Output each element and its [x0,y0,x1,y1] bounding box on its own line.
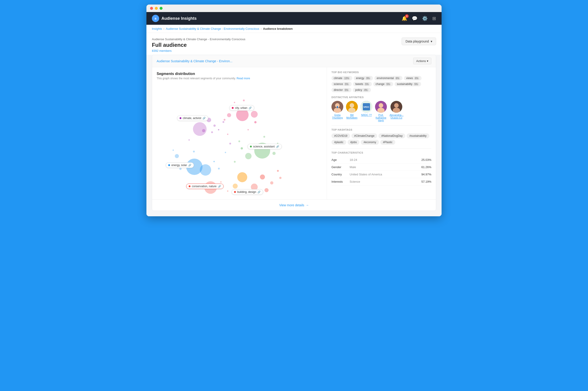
segment-link-conservation[interactable]: 🔗 [218,185,221,188]
segment-dot-conservation [189,185,190,187]
segment-link-climate[interactable]: 🔗 [203,117,206,120]
segment-dot-building [234,191,236,193]
affinity-name-alex: Alexandria...Ocasio-Co [390,114,403,119]
segment-link-building[interactable]: 🔗 [257,191,261,194]
segment-link-science[interactable]: 🔗 [276,145,279,148]
affinity-bill[interactable]: BillMcKibben [346,101,358,122]
char-label-gender: Gender [331,165,350,169]
hashtags-section: Top hashtags #COVID19 #ClimateChange #Na… [331,125,431,145]
affinity-greta[interactable]: 👤 GretaThunberg [331,101,343,122]
segment-text-conservation: conservation, nature [192,185,217,188]
bubble [247,129,249,130]
bubble [260,175,265,180]
chevron-down-icon: ▾ [431,40,432,43]
bubble [193,122,207,136]
bubble [254,121,257,123]
hashtag-climatechange[interactable]: #ClimateChange [352,133,377,138]
char-pct-age: 25.03% [421,158,431,162]
affinity-alex[interactable]: Alexandria...Ocasio-Co [390,101,403,122]
data-playground-button[interactable]: Data playground ▾ [402,37,436,45]
bubble [211,131,213,133]
segment-label-energy[interactable]: energy, solar 🔗 [166,162,194,168]
close-btn[interactable] [150,7,153,10]
bubble [227,134,228,135]
segment-link-energy[interactable]: 🔗 [188,164,191,167]
segment-dot-science [250,146,252,147]
keyword-policy: policy 4% [353,88,371,92]
affinity-items: 👤 GretaThunberg [331,101,431,122]
view-more-link[interactable]: View more details → [152,199,436,211]
content-card: Audiense Sustainability & Climate Change… [152,55,436,211]
segment-dot-climate [180,117,181,119]
segment-dot-city [232,107,234,109]
keyword-sustainability: sustainability 5% [395,82,421,86]
char-row-interests: Interests Science 57.19% [331,178,431,185]
chat-icon[interactable]: 💬 [412,16,418,21]
notification-badge: 5 [405,14,409,18]
char-pct-gender: 61.26% [421,165,431,169]
minimize-btn[interactable] [155,7,158,10]
breadcrumb-insights[interactable]: Insights [152,27,162,30]
keyword-change: change 5% [373,82,393,86]
two-col-layout: Segments distribution This graph shows t… [152,67,436,199]
bubble [241,147,243,150]
bubble [214,161,215,162]
breadcrumb-audience[interactable]: Audiense Sustainability & Climate Change… [166,27,259,30]
avatar-greta: 👤 [331,101,343,113]
segment-text-climate: climate, activist [183,116,201,120]
bubble [233,184,238,189]
segment-label-science[interactable]: science, assistant 🔗 [247,144,282,149]
hashtag-nationaldogday[interactable]: #NationalDogDay [378,133,405,138]
segment-text-building: building, design [237,191,256,194]
svg-point-5 [350,103,354,108]
grid-icon[interactable]: ⊞ [432,16,436,21]
svg-point-14 [394,103,399,108]
avatar-alex [390,101,402,113]
bubble [251,111,258,118]
bio-keywords-title: Top bio keywords [331,71,431,74]
segment-label-city[interactable]: city, urban 🔗 [229,105,254,111]
hashtag-economy[interactable]: #economy [361,140,379,145]
affinity-prof[interactable]: Prof.KatharineHayh [375,101,387,122]
hashtag-covid19[interactable]: #COVID19 [331,133,350,138]
char-value-gender: Male [350,165,421,169]
hashtag-row-1: #COVID19 #ClimateChange #NationalDogDay … [331,133,431,138]
actions-label: Actions [416,59,426,63]
keyword-tweets: tweets 5% [353,82,372,86]
bubble [237,172,247,182]
bubble [229,143,231,144]
segment-link-city[interactable]: 🔗 [249,106,252,109]
actions-button[interactable]: Actions ▾ [413,58,431,64]
page-title: Full audience [152,42,245,48]
char-row-gender: Gender Male 61.26% [331,164,431,171]
segment-label-climate[interactable]: climate, activist 🔗 [177,115,208,121]
segment-text-science: science, assistant [253,145,275,148]
settings-icon[interactable]: ⚙️ [422,16,428,21]
segment-label-conservation[interactable]: conservation, nature 🔗 [186,184,224,189]
hashtag-Plastic[interactable]: #Plastic [380,140,395,145]
navbar: a Audiense Insights 🔔 5 💬 ⚙️ ⊞ [147,12,441,25]
read-more-link[interactable]: Read more [236,77,250,80]
segment-text-energy: energy, solar [171,164,187,167]
notifications-icon[interactable]: 🔔 5 [402,16,407,21]
hashtag-jobs[interactable]: #jobs [348,140,360,145]
hashtag-plastic[interactable]: #plastic [331,140,346,145]
navbar-actions: 🔔 5 💬 ⚙️ ⊞ [402,16,436,21]
breadcrumb: Insights › Audiense Sustainability & Cli… [147,25,441,33]
keyword-energy: energy 9% [354,76,373,81]
bubble [279,177,282,179]
characteristics-section: Top characteristics Age 18-24 25.03% Gen… [331,148,431,185]
affinity-name-greta: GretaThunberg [332,114,343,119]
bubble [214,124,216,127]
svg-text:NRDC: NRDC [364,106,369,108]
bubble [179,168,182,170]
bubble [218,129,219,130]
card-header-title: Audiense Sustainability & Climate Change… [157,59,232,63]
affinity-nrdc[interactable]: NRDC NRDC ?? [361,101,372,122]
hashtag-sustainability[interactable]: #sustainability [407,133,429,138]
maximize-btn[interactable] [160,7,162,10]
svg-point-11 [379,103,383,108]
page-subtitle: Audiense Sustainability & Climate Change… [152,37,245,41]
segment-label-building[interactable]: building, design 🔗 [231,189,263,195]
bubble [277,170,279,172]
